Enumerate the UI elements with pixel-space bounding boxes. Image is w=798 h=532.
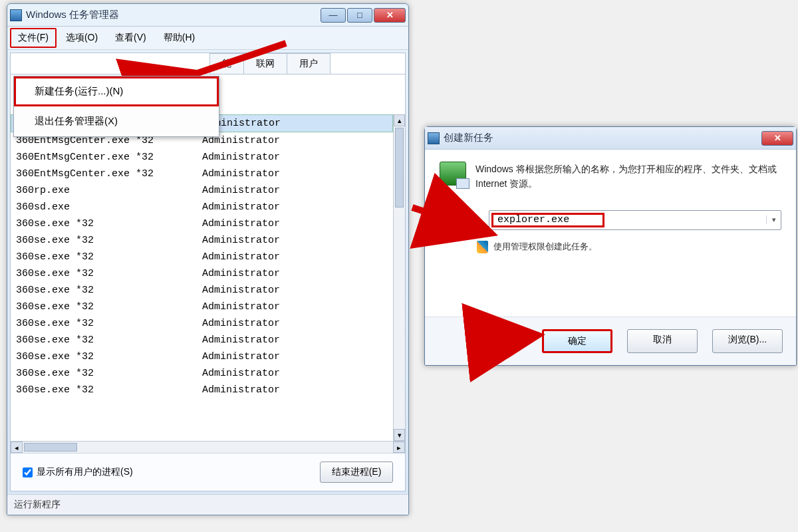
dialog-body: Windows 将根据您所输入的名称，为您打开相应的程序、文件夹、文档或 Int… xyxy=(425,150,796,317)
process-row[interactable]: 360se.exe *32Administrator xyxy=(11,315,393,332)
window-title: Windows 任务管理器 xyxy=(26,9,321,21)
ok-button[interactable]: 确定 xyxy=(542,329,612,353)
process-row[interactable]: 360se.exe *32Administrator xyxy=(11,249,393,265)
process-name: 360se.exe *32 xyxy=(16,318,202,329)
process-row[interactable]: 360sd.exeAdministrator xyxy=(11,199,393,215)
process-name: 360se.exe *32 xyxy=(16,334,202,346)
close-button[interactable]: ✕ xyxy=(374,8,406,23)
menubar: 文件(F) 选项(O) 查看(V) 帮助(H) xyxy=(7,27,408,50)
process-user: Administrator xyxy=(202,301,388,313)
maximize-button[interactable]: □ xyxy=(347,8,372,23)
process-user: Administrator xyxy=(202,201,388,213)
process-name: 360se.exe *32 xyxy=(16,285,202,296)
process-rows: 360EntMsgCenter.exe *32Administrator360E… xyxy=(11,114,393,441)
process-name: 360EntMsgCenter.exe *32 xyxy=(16,152,202,163)
scroll-thumb[interactable] xyxy=(395,128,404,207)
browse-button[interactable]: 浏览(B)... xyxy=(712,329,783,353)
minimize-button[interactable]: — xyxy=(321,8,346,23)
dialog-icon xyxy=(428,132,440,144)
scroll-left-icon[interactable]: ◂ xyxy=(11,442,23,453)
process-user: Administrator xyxy=(202,152,388,163)
scroll-up-icon[interactable]: ▴ xyxy=(394,114,405,126)
process-user: Administrator xyxy=(202,235,388,246)
process-user: Administrator xyxy=(202,351,388,362)
process-user: Administrator xyxy=(202,185,388,196)
process-row[interactable]: 360se.exe *32Administrator xyxy=(11,299,393,315)
vertical-scrollbar[interactable]: ▴ ▾ xyxy=(393,114,405,441)
process-row[interactable]: 360se.exe *32Administrator xyxy=(11,332,393,348)
process-user: Administrator xyxy=(202,285,388,296)
menu-help[interactable]: 帮助(H) xyxy=(156,28,203,48)
menu-view[interactable]: 查看(V) xyxy=(107,28,154,48)
file-menu-dropdown: 新建任务(运行...)(N) 退出任务管理器(X) xyxy=(13,76,219,137)
process-user: Administrator xyxy=(202,384,388,396)
uac-text: 使用管理权限创建此任务。 xyxy=(493,241,597,253)
horizontal-scrollbar[interactable]: ◂ ▸ xyxy=(11,441,405,453)
end-process-button[interactable]: 结束进程(E) xyxy=(320,462,393,483)
task-manager-body: 能 联网 用户 新建任务(运行...)(N) 退出任务管理器(X) 用户名 36… xyxy=(10,53,406,491)
hscroll-thumb[interactable] xyxy=(24,443,77,452)
process-row[interactable]: 360se.exe *32Administrator xyxy=(11,365,393,382)
process-name: 360se.exe *32 xyxy=(16,235,202,246)
process-name: 360sd.exe xyxy=(16,201,202,213)
chevron-down-icon[interactable]: ▾ xyxy=(766,215,781,224)
process-user: Administrator xyxy=(202,268,388,279)
process-user: Administrator xyxy=(202,135,388,146)
show-all-users-input[interactable] xyxy=(23,467,33,477)
open-input-value[interactable]: explorer.exe xyxy=(491,213,604,227)
process-name: 360se.exe *32 xyxy=(16,218,202,229)
create-new-task-dialog: 创建新任务 ✕ Windows 将根据您所输入的名称，为您打开相应的程序、文件夹… xyxy=(424,126,797,366)
process-list-area: 用户名 360EntMsgCenter.exe *32Administrator… xyxy=(11,114,405,441)
process-name: 360se.exe *32 xyxy=(16,351,202,362)
process-name: 360se.exe *32 xyxy=(16,368,202,379)
process-user: Administrator xyxy=(202,168,388,180)
tab-strip: 能 联网 用户 xyxy=(11,53,405,74)
process-row[interactable]: 360se.exe *32Administrator xyxy=(11,348,393,365)
menu-file[interactable]: 文件(F) xyxy=(10,28,57,48)
dialog-button-row: 确定 取消 浏览(B)... xyxy=(425,317,796,365)
tab-users[interactable]: 用户 xyxy=(287,53,331,74)
process-name: 360rp.exe xyxy=(16,185,202,196)
bottom-bar: 显示所有用户的进程(S) 结束进程(E) xyxy=(11,453,405,491)
menu-item-exit[interactable]: 退出任务管理器(X) xyxy=(14,106,219,136)
task-manager-window: Windows 任务管理器 — □ ✕ 文件(F) 选项(O) 查看(V) 帮助… xyxy=(7,3,409,515)
statusbar: 运行新程序 xyxy=(7,494,408,515)
process-name: 360se.exe *32 xyxy=(16,251,202,263)
process-user: Administrator xyxy=(202,218,388,229)
tab-networking[interactable]: 联网 xyxy=(243,53,287,74)
process-row[interactable]: 360EntMsgCenter.exe *32Administrator xyxy=(11,166,393,182)
dialog-close-button[interactable]: ✕ xyxy=(761,131,793,146)
process-row[interactable]: 360rp.exeAdministrator xyxy=(11,182,393,199)
process-name: 360se.exe *32 xyxy=(16,384,202,396)
process-user: Administrator xyxy=(202,334,388,346)
show-all-users-label: 显示所有用户的进程(S) xyxy=(37,466,133,478)
process-row[interactable]: 360EntMsgCenter.exe *32Administrator xyxy=(11,149,393,166)
process-row[interactable]: 360se.exe *32Administrator xyxy=(11,215,393,232)
open-label: 打开(O): xyxy=(440,214,482,226)
process-row[interactable]: 360se.exe *32Administrator xyxy=(11,282,393,299)
cancel-button[interactable]: 取消 xyxy=(627,329,698,353)
process-row[interactable]: 360se.exe *32Administrator xyxy=(11,382,393,398)
tab-performance-partial[interactable]: 能 xyxy=(209,53,244,74)
dialog-description: Windows 将根据您所输入的名称，为您打开相应的程序、文件夹、文档或 Int… xyxy=(475,162,781,192)
scroll-right-icon[interactable]: ▸ xyxy=(393,442,405,453)
process-row[interactable]: 360se.exe *32Administrator xyxy=(11,265,393,282)
app-icon xyxy=(10,9,22,21)
uac-shield-icon xyxy=(477,241,488,253)
menu-options[interactable]: 选项(O) xyxy=(58,28,106,48)
open-combobox[interactable]: explorer.exe ▾ xyxy=(489,210,781,230)
show-all-users-checkbox[interactable]: 显示所有用户的进程(S) xyxy=(23,466,133,478)
dialog-titlebar[interactable]: 创建新任务 ✕ xyxy=(425,127,796,150)
process-row[interactable]: 360se.exe *32Administrator xyxy=(11,232,393,249)
process-user: Administrator xyxy=(203,118,387,129)
scroll-down-icon[interactable]: ▾ xyxy=(394,429,405,441)
process-user: Administrator xyxy=(202,251,388,263)
process-name: 360se.exe *32 xyxy=(16,268,202,279)
run-icon xyxy=(440,162,466,186)
titlebar[interactable]: Windows 任务管理器 — □ ✕ xyxy=(7,4,408,27)
process-user: Administrator xyxy=(202,368,388,379)
process-name: 360se.exe *32 xyxy=(16,301,202,313)
dialog-title: 创建新任务 xyxy=(444,132,761,144)
menu-item-new-task[interactable]: 新建任务(运行...)(N) xyxy=(14,76,219,106)
process-user: Administrator xyxy=(202,318,388,329)
